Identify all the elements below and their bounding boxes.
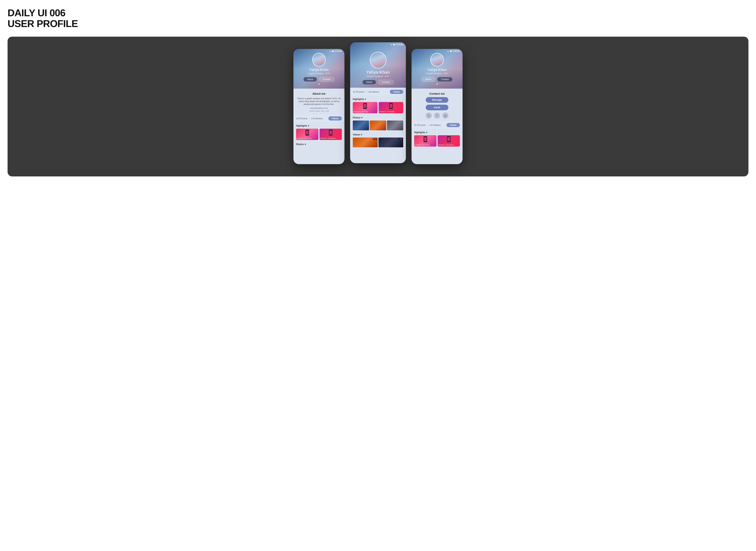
photos-section-1: Photos ▾ — [294, 141, 344, 149]
avatar-3 — [430, 53, 444, 66]
photos-header-1: Photos ▾ — [296, 143, 342, 146]
chevron-icon-3: ▾ — [436, 82, 438, 86]
photo-3[interactable] — [387, 120, 403, 130]
user-subtitle-3: Graphic Designer · NYC — [426, 72, 448, 75]
about-tab-3[interactable]: About — [421, 77, 435, 82]
profile-content-1: About me Yahya is a graphic designer and… — [294, 89, 344, 164]
contact-section: Contact me Message Email 𝕏 f ◎ — [412, 89, 462, 121]
highlights-grid-3: Factfinder Logo Design Plasma V1 - Visua… — [414, 135, 460, 146]
highlights-header-1: Highlights ▾ — [296, 124, 342, 127]
about-joined: Joined October 29th, 2018 — [297, 110, 341, 112]
chevron-highlights-icon-2: ▾ — [365, 98, 366, 100]
stats-bar-2: 15,370 points | 1.2k followers Follow — [350, 88, 406, 96]
videos-section-2: Videos ▾ 2:12 1:53 — [350, 132, 406, 149]
chevron-videos-icon: ▾ — [361, 133, 362, 136]
user-name-1: Yahya Khan — [309, 68, 329, 72]
user-name-2: Yahya Khan — [366, 70, 390, 75]
about-tab-1[interactable]: About — [303, 77, 317, 82]
battery-icon-3: ▮▮ — [450, 50, 452, 52]
highlight-card-1[interactable]: Factfinder Logo Design — [296, 129, 318, 140]
about-section: About me Yahya is a graphic designer and… — [294, 89, 344, 114]
about-link[interactable]: www.yahyakhan.com — [297, 107, 341, 109]
highlights-section-3: Highlights ▾ Factfinder Logo Design Plas… — [412, 129, 462, 148]
profile-tabs-2: About Contact — [362, 80, 394, 85]
contact-title: Contact me — [415, 92, 459, 95]
profile-content-3: Contact me Message Email 𝕏 f ◎ 15,370 po… — [412, 89, 462, 164]
about-text: Yahya is a graphic designer and student … — [297, 97, 341, 106]
highlight-card-2[interactable]: Plasma V1 - Visual Expl... — [320, 129, 342, 140]
signal-icon: ▲ — [329, 50, 331, 52]
chevron-highlights-icon-3: ▾ — [426, 131, 427, 134]
showcase-container: ▲ ▮▮ 3:16 pm Yahya Khan Graphic Designer… — [8, 37, 748, 176]
photos-grid-2 — [353, 120, 403, 130]
status-bar-3: ▲ ▮▮ 3:18 pm — [447, 50, 460, 52]
twitter-icon[interactable]: 𝕏 — [426, 113, 432, 119]
highlights-section-2: Highlights ▾ Factfinder Logo Design Plas… — [350, 96, 406, 115]
photo-2[interactable] — [370, 120, 386, 130]
highlight-card-4[interactable]: Plasma V1 - Visual Expl... — [379, 102, 403, 113]
highlight-card-5[interactable]: Factfinder Logo Design — [414, 135, 436, 146]
about-title: About me — [297, 92, 341, 95]
contact-tab-2[interactable]: Contact — [378, 80, 394, 85]
social-icons-row: 𝕏 f ◎ — [415, 113, 459, 119]
contact-tab-3[interactable]: Contact — [437, 77, 453, 82]
profile-content-2: 15,370 points | 1.2k followers Follow Hi… — [350, 88, 406, 163]
user-subtitle-2: Graphic Designer · NYC — [367, 75, 389, 77]
stats-text-1: 15,370 points | 1.2k followers — [296, 117, 323, 120]
chevron-photos-icon-2: ▾ — [361, 116, 362, 119]
signal-icon-3: ▲ — [447, 50, 449, 52]
about-tab-2[interactable]: About — [362, 80, 376, 85]
page-title-block: DAILY UI 006 USER PROFILE — [8, 8, 748, 29]
highlights-grid-2: Factfinder Logo Design Plasma V1 - Visua… — [353, 102, 403, 113]
contact-tab-1[interactable]: Contact — [319, 77, 335, 82]
phone-main: ▲ ▮▮ 3:15 pm Yahya Khan Graphic Designer… — [350, 42, 406, 163]
instagram-icon[interactable]: ◎ — [442, 113, 448, 119]
message-button[interactable]: Message — [426, 97, 448, 103]
video-2[interactable]: 1:53 — [378, 137, 403, 147]
profile-tabs-3: About Contact — [421, 77, 453, 82]
user-subtitle-1: Graphic Designer · NYC — [308, 72, 330, 75]
highlight-card-6[interactable]: Plasma V1 - Visual Expl... — [438, 135, 460, 146]
facebook-icon[interactable]: f — [434, 113, 440, 119]
avatar-1 — [312, 53, 326, 66]
follow-button-3[interactable]: Follow — [446, 123, 460, 127]
status-bar-1: ▲ ▮▮ 3:16 pm — [329, 50, 342, 52]
chevron-icon-1: ▾ — [318, 82, 320, 86]
highlights-section-1: Highlights ▾ Factfinder Logo Design Plas… — [294, 123, 344, 141]
videos-header-2: Videos ▾ — [353, 133, 403, 136]
photos-header-2: Photos ▾ — [353, 116, 403, 119]
signal-icon-2: ▲ — [390, 43, 392, 45]
battery-icon: ▮▮ — [332, 50, 334, 52]
highlights-header-3: Highlights ▾ — [414, 131, 460, 134]
phone-about: ▲ ▮▮ 3:16 pm Yahya Khan Graphic Designer… — [294, 49, 344, 164]
chevron-photos-icon: ▾ — [305, 143, 306, 146]
email-button[interactable]: Email — [426, 105, 448, 110]
highlight-card-3[interactable]: Factfinder Logo Design — [353, 102, 378, 113]
video-1[interactable]: 2:12 — [353, 137, 378, 147]
user-name-3: Yahya Khan — [427, 68, 447, 72]
battery-icon-2: ▮▮ — [393, 43, 395, 45]
highlights-header-2: Highlights ▾ — [353, 98, 403, 100]
chevron-highlights-icon: ▾ — [308, 124, 309, 127]
stats-bar-3: 15,370 points | 1.2k followers Follow — [412, 121, 462, 129]
stats-text-3: 15,370 points | 1.2k followers — [414, 124, 441, 126]
phone-contact: ▲ ▮▮ 3:18 pm Yahya Khan Graphic Designer… — [412, 49, 462, 164]
follow-button-2[interactable]: Follow — [390, 90, 403, 94]
videos-grid-2: 2:12 1:53 — [353, 137, 403, 147]
highlights-grid-1: Factfinder Logo Design Plasma V1 - Visua… — [296, 129, 342, 140]
stats-bar-1: 15,370 points | 1.2k followers Follow — [294, 114, 344, 123]
follow-button-1[interactable]: Follow — [328, 116, 342, 120]
stats-text-2: 15,370 points | 1.2k followers — [353, 90, 379, 93]
status-bar-2: ▲ ▮▮ 3:15 pm — [390, 43, 403, 45]
avatar-2 — [370, 52, 386, 68]
photos-section-2: Photos ▾ — [350, 115, 406, 132]
profile-tabs-1: About Contact — [303, 77, 335, 82]
page-title: DAILY UI 006 USER PROFILE — [8, 8, 748, 29]
photo-1[interactable] — [353, 120, 369, 130]
